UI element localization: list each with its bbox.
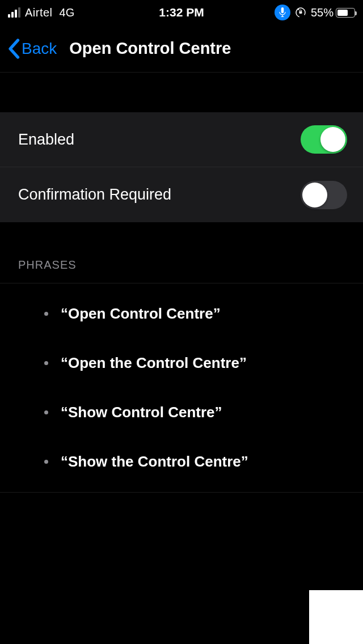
spacer bbox=[0, 73, 363, 112]
bullet-icon bbox=[44, 361, 48, 365]
clock: 1:32 PM bbox=[159, 6, 204, 19]
bullet-icon bbox=[44, 312, 48, 316]
list-item: “Open Control Centre” bbox=[0, 289, 363, 338]
row-confirmation: Confirmation Required bbox=[0, 167, 363, 222]
svg-rect-1 bbox=[299, 11, 302, 14]
enabled-label: Enabled bbox=[18, 131, 74, 149]
phrases-list: “Open Control Centre” “Open the Control … bbox=[0, 283, 363, 493]
status-bar: Airtel 4G 1:32 PM 55% bbox=[0, 0, 363, 25]
confirmation-toggle[interactable] bbox=[301, 181, 347, 209]
battery-indicator: 55% bbox=[311, 6, 355, 19]
confirmation-label: Confirmation Required bbox=[18, 186, 171, 204]
bullet-icon bbox=[44, 460, 48, 464]
enabled-toggle[interactable] bbox=[301, 125, 347, 154]
phrase-text: “Open Control Centre” bbox=[61, 305, 221, 323]
phrases-header: PHRASES bbox=[0, 222, 363, 283]
bullet-icon bbox=[44, 410, 48, 414]
status-left: Airtel 4G bbox=[8, 6, 74, 19]
phrase-text: “Open the Control Centre” bbox=[61, 354, 247, 372]
signal-icon bbox=[8, 7, 20, 18]
back-label: Back bbox=[22, 40, 57, 58]
orientation-lock-icon bbox=[295, 7, 306, 18]
page-title: Open Control Centre bbox=[69, 39, 231, 58]
status-right: 55% bbox=[275, 5, 355, 20]
row-enabled: Enabled bbox=[0, 112, 363, 167]
carrier-label: Airtel bbox=[25, 6, 53, 19]
chevron-left-icon bbox=[7, 39, 20, 59]
microphone-icon bbox=[275, 5, 290, 20]
phrase-text: “Show Control Centre” bbox=[61, 404, 222, 421]
battery-percent: 55% bbox=[311, 6, 334, 19]
back-button[interactable]: Back bbox=[7, 39, 57, 59]
list-item: “Show Control Centre” bbox=[0, 388, 363, 437]
phrase-text: “Show the Control Centre” bbox=[61, 453, 248, 471]
list-item: “Show the Control Centre” bbox=[0, 437, 363, 486]
nav-bar: Back Open Control Centre bbox=[0, 25, 363, 73]
battery-icon bbox=[336, 8, 355, 18]
settings-group: Enabled Confirmation Required bbox=[0, 112, 363, 222]
corner-overlay bbox=[309, 590, 363, 644]
network-type: 4G bbox=[60, 6, 75, 19]
list-item: “Open the Control Centre” bbox=[0, 338, 363, 388]
